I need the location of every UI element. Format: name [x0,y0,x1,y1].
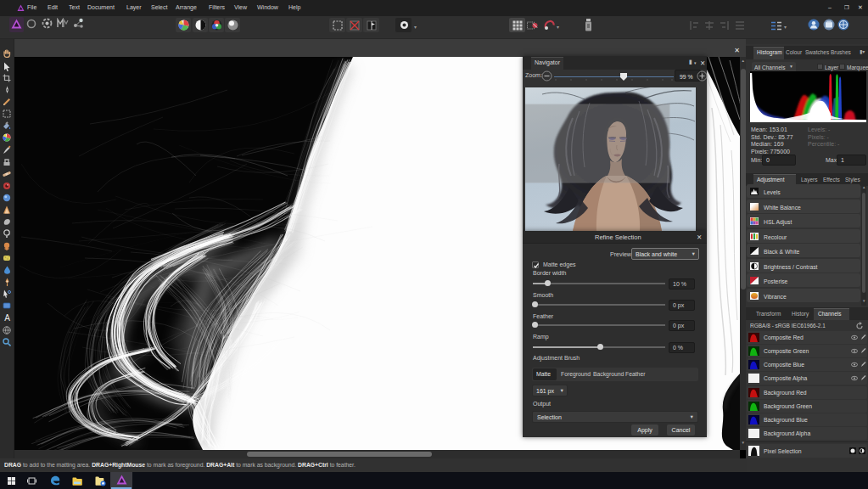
svg-text:A: A [4,313,10,322]
